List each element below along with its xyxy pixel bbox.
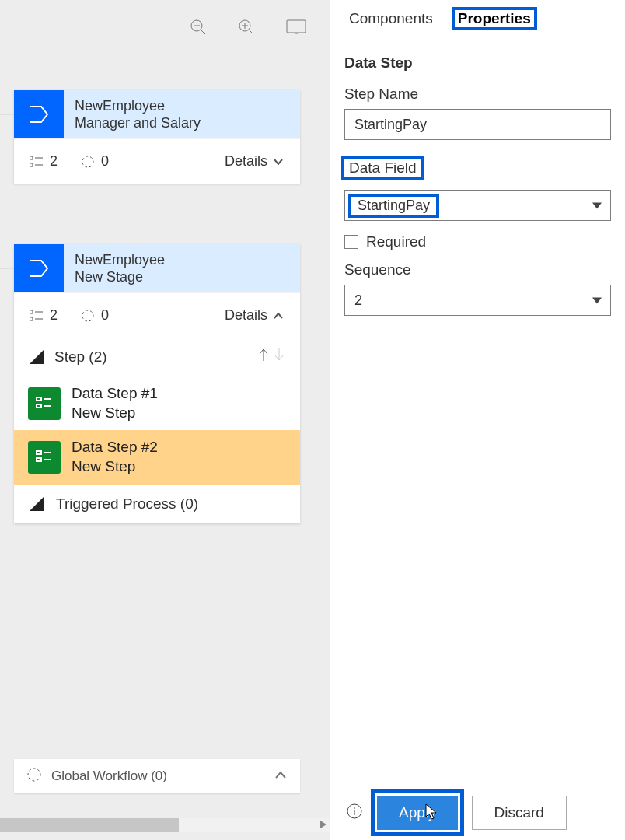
steps-header-label: Step (2) xyxy=(54,348,107,366)
svg-line-1 xyxy=(201,30,205,34)
stage-titles: NewEmployee New Stage xyxy=(64,244,176,292)
panel-section-title: Data Step xyxy=(344,54,611,72)
svg-rect-14 xyxy=(30,310,33,313)
global-workflow-bar[interactable]: Global Workflow (0) xyxy=(14,759,300,793)
svg-marker-32 xyxy=(320,821,326,828)
triangle-icon xyxy=(28,348,45,366)
data-step-1[interactable]: Data Step #1 New Step xyxy=(14,376,300,430)
info-icon[interactable] xyxy=(346,803,363,823)
data-field-label: Data Field xyxy=(344,159,421,177)
stage-name: Manager and Salary xyxy=(75,114,201,132)
svg-rect-11 xyxy=(30,163,33,166)
step-count: 2 xyxy=(30,153,58,170)
svg-rect-7 xyxy=(287,20,306,33)
scroll-right-icon[interactable] xyxy=(319,818,328,832)
stage-card-manager[interactable]: NewEmployee Manager and Salary 2 0 Detai… xyxy=(14,90,300,184)
svg-marker-38 xyxy=(426,804,436,819)
required-checkbox[interactable] xyxy=(344,235,358,249)
svg-point-13 xyxy=(82,156,93,167)
stage-meta: 2 0 Details xyxy=(14,292,300,338)
stage-card-newstage[interactable]: NewEmployee New Stage 2 0 Details xyxy=(14,244,300,523)
triggered-label: Triggered Process (0) xyxy=(56,495,198,513)
trigger-count: 0 xyxy=(81,307,109,324)
chevron-down-icon xyxy=(272,156,285,168)
horizontal-scrollbar[interactable] xyxy=(0,818,330,832)
triangle-icon xyxy=(28,495,45,513)
data-field-value: StartingPay xyxy=(348,194,439,218)
zoom-out-icon[interactable] xyxy=(190,19,207,39)
details-toggle[interactable]: Details xyxy=(225,307,285,324)
arrow-down-icon[interactable] xyxy=(272,347,286,366)
step-name-input[interactable] xyxy=(344,109,611,140)
stage-header: NewEmployee New Stage xyxy=(14,244,300,292)
stage-titles: NewEmployee Manager and Salary xyxy=(64,90,211,138)
svg-marker-19 xyxy=(30,350,44,364)
steps-area: Step (2) Data Step #1 New Step xyxy=(14,338,300,523)
properties-panel: Components Properties Data Step Step Nam… xyxy=(330,0,625,840)
apply-button[interactable]: Apply xyxy=(377,796,458,830)
svg-marker-30 xyxy=(30,497,44,511)
stage-header: NewEmployee Manager and Salary xyxy=(14,90,300,138)
details-label: Details xyxy=(225,307,267,324)
form-icon xyxy=(28,387,61,420)
svg-rect-22 xyxy=(37,397,41,401)
stage-entity: NewEmployee xyxy=(75,97,201,115)
steps-header[interactable]: Step (2) xyxy=(14,338,300,376)
details-toggle[interactable]: Details xyxy=(225,153,285,170)
svg-rect-26 xyxy=(37,451,41,454)
sequence-select[interactable]: 2 xyxy=(344,285,611,316)
chevron-down-icon xyxy=(592,292,602,309)
zoom-in-icon[interactable] xyxy=(238,19,255,39)
step-name-label: Step Name xyxy=(344,86,611,103)
chevron-up-icon[interactable] xyxy=(274,769,288,783)
discard-label: Discard xyxy=(494,804,544,821)
canvas-area: NewEmployee Manager and Salary 2 0 Detai… xyxy=(0,0,330,840)
svg-marker-33 xyxy=(592,203,602,209)
step-count-value: 2 xyxy=(50,307,58,324)
chevron-down-icon xyxy=(592,198,602,214)
triggered-process-row[interactable]: Triggered Process (0) xyxy=(14,485,300,523)
tab-components[interactable]: Components xyxy=(344,9,438,29)
required-label: Required xyxy=(366,233,426,250)
stage-name: New Stage xyxy=(75,268,165,286)
cursor-icon xyxy=(425,803,439,824)
trigger-count: 0 xyxy=(81,153,109,170)
sequence-label: Sequence xyxy=(344,261,611,278)
step-subtitle: New Step xyxy=(72,457,158,477)
svg-rect-9 xyxy=(30,156,33,159)
connector-line xyxy=(0,114,16,115)
step-count: 2 xyxy=(30,307,58,324)
svg-point-18 xyxy=(82,310,93,321)
svg-rect-16 xyxy=(30,317,33,320)
fit-screen-icon[interactable] xyxy=(286,19,306,38)
svg-point-31 xyxy=(28,768,40,781)
stage-chevron-icon xyxy=(14,90,64,138)
step-count-value: 2 xyxy=(50,153,58,170)
step-subtitle: New Step xyxy=(72,404,158,423)
canvas-toolbar xyxy=(190,19,306,39)
data-field-select[interactable]: StartingPay xyxy=(344,190,611,221)
data-step-2[interactable]: Data Step #2 New Step xyxy=(14,430,300,484)
workflow-icon xyxy=(26,767,42,786)
connector-line xyxy=(0,268,16,269)
stage-meta: 2 0 Details xyxy=(14,138,300,184)
chevron-up-icon xyxy=(272,310,285,322)
svg-marker-34 xyxy=(592,298,602,304)
svg-rect-24 xyxy=(37,404,41,408)
stage-chevron-icon xyxy=(14,244,64,292)
svg-rect-28 xyxy=(37,458,41,461)
arrow-up-icon[interactable] xyxy=(257,347,271,366)
stage-entity: NewEmployee xyxy=(75,251,165,269)
step-title: Data Step #2 xyxy=(72,438,158,457)
sequence-value: 2 xyxy=(345,292,372,309)
svg-line-4 xyxy=(249,30,253,34)
discard-button[interactable]: Discard xyxy=(472,796,567,830)
tab-properties[interactable]: Properties xyxy=(453,9,536,29)
global-workflow-label: Global Workflow (0) xyxy=(51,768,167,784)
panel-body: Data Step Step Name Data Field StartingP… xyxy=(330,37,625,786)
scrollbar-thumb[interactable] xyxy=(0,818,179,832)
form-icon xyxy=(28,441,61,474)
panel-tabs: Components Properties xyxy=(330,0,625,37)
required-checkbox-row[interactable]: Required xyxy=(344,233,611,250)
panel-footer: Apply Discard xyxy=(330,786,625,840)
